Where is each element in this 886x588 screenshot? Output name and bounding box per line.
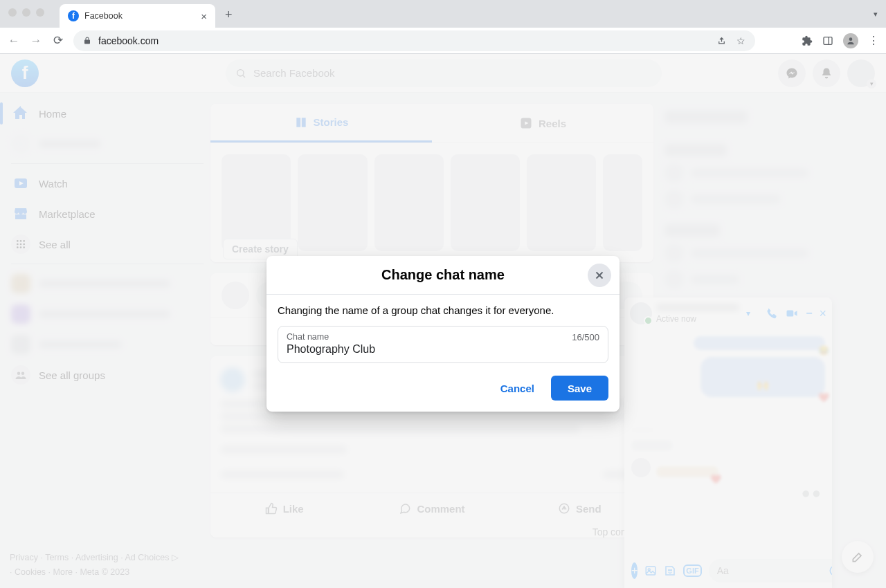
new-tab-button[interactable]: + bbox=[225, 8, 233, 22]
close-tab-icon[interactable]: × bbox=[201, 10, 207, 22]
tab-title: Facebook bbox=[84, 11, 123, 21]
lock-icon bbox=[83, 36, 91, 45]
forward-button[interactable]: → bbox=[29, 34, 43, 48]
reload-button[interactable]: ⟳ bbox=[51, 33, 65, 48]
address-bar[interactable]: facebook.com ☆ bbox=[73, 30, 755, 51]
window-traffic-lights bbox=[8, 8, 44, 17]
browser-chrome: f Facebook × + ▾ ← → ⟳ facebook.com ☆ bbox=[0, 0, 886, 54]
chat-name-field[interactable]: Chat name 16/500 bbox=[278, 326, 608, 363]
panel-icon[interactable] bbox=[822, 35, 833, 46]
tabs-dropdown-icon[interactable]: ▾ bbox=[874, 10, 878, 19]
char-counter: 16/500 bbox=[572, 332, 599, 342]
svg-point-2 bbox=[849, 37, 853, 41]
url-text: facebook.com bbox=[98, 35, 159, 46]
star-icon[interactable]: ☆ bbox=[736, 35, 745, 46]
modal-title: Change chat name bbox=[381, 267, 505, 283]
close-modal-button[interactable] bbox=[588, 264, 611, 287]
kebab-menu-icon[interactable]: ⋮ bbox=[868, 34, 879, 47]
save-button[interactable]: Save bbox=[551, 376, 608, 401]
back-button[interactable]: ← bbox=[7, 34, 21, 48]
browser-profile-icon[interactable] bbox=[843, 33, 858, 48]
change-chat-name-modal: Change chat name Changing the name of a … bbox=[266, 256, 620, 412]
browser-tab[interactable]: f Facebook × bbox=[60, 4, 215, 28]
modal-description: Changing the name of a group chat change… bbox=[278, 304, 608, 316]
cancel-button[interactable]: Cancel bbox=[488, 376, 547, 401]
favicon-facebook: f bbox=[68, 10, 79, 21]
modal-overlay[interactable]: Change chat name Changing the name of a … bbox=[0, 54, 886, 588]
svg-rect-0 bbox=[824, 37, 832, 44]
share-icon[interactable] bbox=[716, 35, 727, 46]
extensions-icon[interactable] bbox=[802, 35, 813, 46]
field-label: Chat name bbox=[287, 332, 599, 342]
chat-name-input[interactable] bbox=[287, 342, 599, 356]
